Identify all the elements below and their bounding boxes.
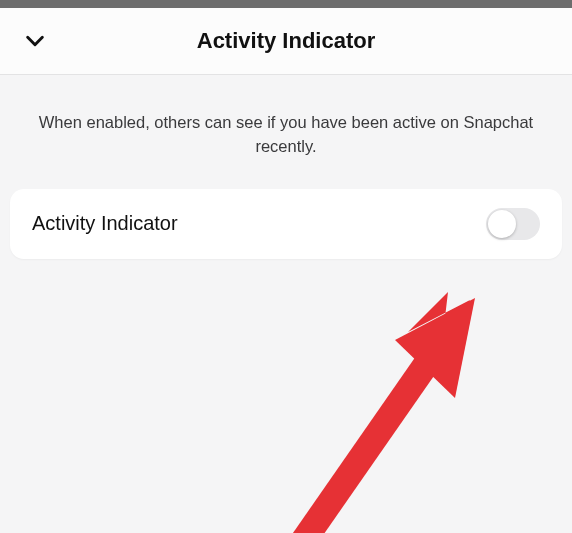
page-title: Activity Indicator: [18, 28, 554, 54]
svg-marker-1: [408, 292, 470, 360]
svg-line-0: [290, 330, 450, 533]
header: Activity Indicator: [0, 8, 572, 74]
setting-description: When enabled, others can see if you have…: [0, 75, 572, 189]
activity-indicator-row: Activity Indicator: [10, 189, 562, 259]
status-bar-strip: [0, 0, 572, 8]
toggle-knob: [488, 210, 516, 238]
svg-marker-2: [395, 298, 475, 398]
activity-indicator-label: Activity Indicator: [32, 212, 486, 235]
activity-indicator-toggle[interactable]: [486, 208, 540, 240]
